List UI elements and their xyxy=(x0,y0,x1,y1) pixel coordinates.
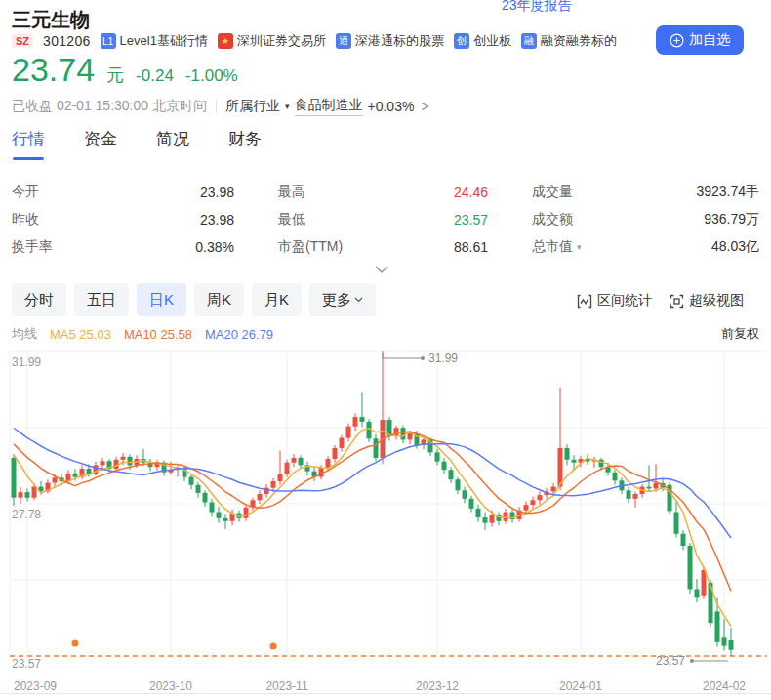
tab-简况[interactable]: 简况 xyxy=(156,128,189,160)
high-annotation-dot xyxy=(421,356,425,360)
candle-body xyxy=(271,481,276,488)
stat-label: 成交额 xyxy=(532,211,573,228)
stats-row: 昨收23.98最低23.57成交额936.79万 xyxy=(12,206,759,233)
stat-value: 936.79万 xyxy=(704,211,759,228)
tab-财务[interactable]: 财务 xyxy=(228,128,262,160)
period-日K[interactable]: 日K xyxy=(137,283,186,316)
candle-body xyxy=(217,513,222,518)
ma10-line xyxy=(14,432,731,591)
stock-badge: 创创业板 xyxy=(454,32,511,50)
ma-legend-row: 均线MA5 25.03MA10 25.58MA20 26.79 xyxy=(12,325,273,343)
stat-市盈(TTM): 市盈(TTM)88.61 xyxy=(278,238,488,256)
tool-label: 超级视图 xyxy=(689,292,744,309)
tab-资金[interactable]: 资金 xyxy=(84,128,117,160)
low-annotation-label: 23.57 xyxy=(656,654,685,668)
ma-legend-5: MA5 25.03 xyxy=(50,327,111,342)
candle-body xyxy=(633,494,638,499)
stat-label[interactable]: 总市值▾ xyxy=(532,238,582,256)
expand-stats-chevron[interactable] xyxy=(375,261,388,278)
candle-body xyxy=(353,417,358,427)
stat-label: 换手率 xyxy=(12,238,53,256)
tool-区间统计[interactable]: 区间统计 xyxy=(577,292,652,309)
badge-list: L1Level1基础行情★深圳证券交易所通深港通标的股票创创业板融融资融券标的 xyxy=(101,32,617,50)
candle-body xyxy=(210,503,215,513)
stat-value: 0.38% xyxy=(195,239,234,255)
candle-body xyxy=(681,534,686,546)
stat-label: 成交量 xyxy=(532,184,573,201)
stat-昨收: 昨收23.98 xyxy=(12,211,234,228)
stat-value: 23.57 xyxy=(454,212,488,227)
candle-body xyxy=(435,452,440,461)
exchange-flag-icon: ★ xyxy=(218,33,233,49)
stat-成交额: 成交额936.79万 xyxy=(532,211,759,228)
low-annotation-dot xyxy=(690,659,694,663)
range-stats-icon xyxy=(577,294,592,309)
status-row: 已收盘 02-01 15:30:00 北京时间 所属行业 ▾ 食品制造业 +0.… xyxy=(12,97,429,116)
tab-行情[interactable]: 行情 xyxy=(12,128,45,160)
quote-stats-grid: 今开23.98最高24.46成交量3923.74手昨收23.98最低23.57成… xyxy=(12,179,759,261)
stat-value: 48.03亿 xyxy=(711,238,759,256)
candle-body xyxy=(456,479,461,490)
annual-report-link[interactable]: 23年度报告 xyxy=(502,0,572,15)
stock-code: 301206 xyxy=(43,33,91,49)
candle-body xyxy=(333,448,338,459)
candle-body xyxy=(469,499,474,509)
candle-body xyxy=(101,461,105,465)
industry-link[interactable]: 所属行业 ▾ 食品制造业 +0.03% > xyxy=(225,97,429,116)
x-axis-label: 2024-01 xyxy=(559,679,602,693)
price-change-percent: -1.00% xyxy=(185,66,238,86)
period-五日[interactable]: 五日 xyxy=(74,283,129,316)
candle-body xyxy=(360,417,365,422)
caret-down-icon: ▾ xyxy=(577,242,582,252)
x-axis-label: 2023-09 xyxy=(14,679,57,693)
candle-body xyxy=(189,477,194,485)
candle-body xyxy=(121,457,126,460)
plus-circle-icon xyxy=(670,33,684,48)
period-周K[interactable]: 周K xyxy=(194,283,244,316)
add-watchlist-button[interactable]: 加自选 xyxy=(656,25,744,55)
candle-body xyxy=(538,495,543,500)
stat-label: 今开 xyxy=(12,184,39,201)
industry-name: 食品制造业 xyxy=(295,97,363,116)
stat-今开: 今开23.98 xyxy=(12,184,234,201)
stats-row: 今开23.98最高24.46成交量3923.74手 xyxy=(12,179,759,206)
candlestick-chart[interactable]: 31.9923.5731.9927.7823.572023-092023-102… xyxy=(0,342,771,700)
candle-body xyxy=(531,500,536,505)
period-分时[interactable]: 分时 xyxy=(12,283,66,316)
candle-body xyxy=(258,494,263,500)
candle-body xyxy=(599,460,604,467)
badge-label: 深港通标的股票 xyxy=(355,32,444,50)
stat-换手率: 换手率0.38% xyxy=(12,238,234,256)
industry-change: +0.03% xyxy=(368,99,415,114)
ma-title: 均线 xyxy=(12,325,37,343)
badge-label: 深圳证券交易所 xyxy=(237,32,326,50)
stat-label: 最高 xyxy=(278,184,305,201)
candle-body xyxy=(223,518,228,521)
candle-body xyxy=(401,428,406,439)
price-row: 23.74 元 -0.24 -1.00% xyxy=(12,51,238,89)
period-更多[interactable]: 更多 xyxy=(309,283,376,316)
market-status: 已收盘 02-01 15:30:00 北京时间 xyxy=(12,98,207,115)
period-月K[interactable]: 月K xyxy=(252,283,302,316)
adjust-mode-button[interactable]: 前复权 xyxy=(721,325,759,343)
badge-row: SZ 301206 L1Level1基础行情★深圳证券交易所通深港通标的股票创创… xyxy=(12,32,617,50)
event-dot xyxy=(72,640,79,647)
candle-body xyxy=(558,448,563,487)
candle-body xyxy=(25,492,30,498)
candle-body xyxy=(285,463,290,474)
stock-title: 三元生物 xyxy=(12,7,90,33)
chevron-down-icon xyxy=(375,266,388,274)
stat-label: 最低 xyxy=(278,211,305,228)
stat-value: 23.98 xyxy=(200,212,234,227)
candle-body xyxy=(654,483,659,489)
candle-body xyxy=(340,438,345,448)
candle-body xyxy=(408,433,413,439)
divider xyxy=(216,100,217,113)
tool-超级视图[interactable]: 超级视图 xyxy=(670,292,744,309)
candle-body xyxy=(695,589,700,597)
candle-body xyxy=(12,458,17,498)
add-watchlist-label: 加自选 xyxy=(689,31,730,49)
y-axis-label: 31.99 xyxy=(12,355,41,369)
candle-body xyxy=(346,427,351,438)
x-axis-label: 2023-12 xyxy=(416,679,459,693)
